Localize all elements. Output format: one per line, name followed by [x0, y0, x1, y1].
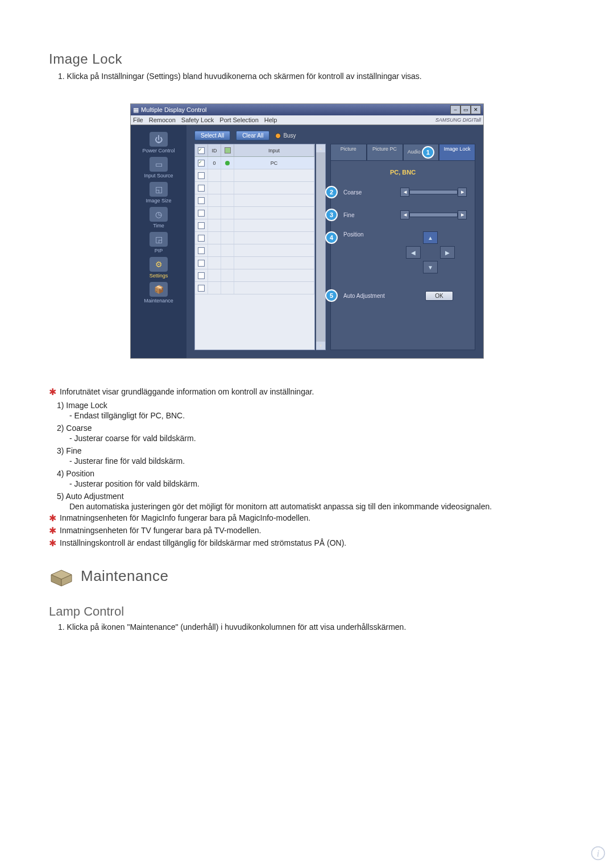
table-row[interactable]	[195, 232, 314, 244]
menu-port-selection[interactable]: Port Selection	[219, 117, 258, 123]
grid-header-id: ID	[208, 144, 221, 156]
menu-remocon[interactable]: Remocon	[149, 117, 176, 123]
tab-image-lock[interactable]: Image Lock	[439, 144, 475, 161]
lamp-control-heading: Lamp Control	[49, 604, 565, 619]
pos-right-icon[interactable]: ▶	[440, 246, 455, 259]
row-check-icon[interactable]	[198, 160, 205, 167]
sidebar-item-maintenance[interactable]: 📦Maintenance	[131, 282, 186, 304]
table-row[interactable]	[195, 219, 314, 232]
fine-label: Fine	[343, 212, 395, 218]
scroll-down-icon[interactable]: ▼	[316, 342, 325, 350]
row-input: PC	[234, 157, 314, 169]
badge-1: 1	[422, 146, 434, 159]
badge-2: 2	[325, 186, 338, 198]
table-row[interactable]	[195, 257, 314, 269]
input-icon: ▭	[150, 157, 168, 172]
app-window: ▦ Multiple Display Control – ▭ ✕ File Re…	[130, 103, 484, 359]
tab-audio[interactable]: Audio1	[403, 144, 439, 161]
notes: ✱Inforutnätet visar grundläggande inform…	[49, 387, 565, 549]
star-icon: ✱	[49, 526, 56, 536]
table-row[interactable]	[195, 207, 314, 219]
maintenance-heading: Maintenance	[81, 567, 168, 585]
maximize-icon[interactable]: ▭	[460, 105, 471, 114]
badge-5: 5	[325, 289, 338, 302]
note-sub: - Justerar position för vald bildskärm.	[69, 479, 565, 488]
note-sub: - Justerar fine för vald bildskärm.	[69, 456, 565, 466]
coarse-label: Coarse	[343, 189, 395, 196]
slider-right-icon[interactable]: ▶	[458, 188, 467, 197]
menu-safety-lock[interactable]: Safety Lock	[181, 117, 214, 123]
note-item: 1) Image Lock	[57, 401, 565, 410]
grid-scrollbar[interactable]: ▲ ▼	[316, 144, 326, 350]
brand: SAMSUNG DIGITall	[435, 117, 481, 123]
note-text: Inställningskontroll är endast tillgängl…	[60, 538, 346, 547]
table-row[interactable]	[195, 244, 314, 257]
minimize-icon[interactable]: –	[450, 105, 460, 114]
row-check-icon[interactable]	[198, 272, 205, 279]
note-item: 3) Fine	[57, 446, 565, 455]
row-check-icon[interactable]	[198, 222, 205, 229]
check-icon[interactable]	[198, 147, 205, 154]
close-icon[interactable]: ✕	[471, 105, 481, 114]
busy-dot-icon	[275, 133, 281, 139]
row-check-icon[interactable]	[198, 210, 205, 217]
table-row[interactable]: 0 PC	[195, 157, 314, 169]
row-check-icon[interactable]	[198, 185, 205, 192]
sidebar-item-time[interactable]: ◷Time	[131, 207, 186, 229]
slider-left-icon[interactable]: ◀	[400, 210, 409, 219]
slider-left-icon[interactable]: ◀	[400, 188, 409, 197]
row-check-icon[interactable]	[198, 235, 205, 242]
note-sub: - Endast tillgängligt för PC, BNC.	[69, 411, 565, 420]
tab-picture[interactable]: Picture	[330, 144, 367, 161]
box-icon: 📦	[150, 282, 168, 297]
sidebar-item-pip[interactable]: ◲PIP	[131, 232, 186, 254]
ok-button[interactable]: OK	[425, 291, 453, 301]
coarse-slider[interactable]: ◀▶	[400, 188, 467, 196]
select-all-button[interactable]: Select All	[194, 131, 230, 140]
menubar: File Remocon Safety Lock Port Selection …	[131, 115, 483, 125]
star-icon: ✱	[49, 513, 56, 524]
sidebar-item-settings[interactable]: ⚙Settings	[131, 257, 186, 279]
clear-all-button[interactable]: Clear All	[236, 131, 269, 140]
note-item: 4) Position	[57, 469, 565, 478]
table-row[interactable]	[195, 169, 314, 182]
row-check-icon[interactable]	[198, 285, 205, 292]
menu-help[interactable]: Help	[264, 117, 277, 123]
sidebar-item-power-control[interactable]: ⏻Power Control	[131, 132, 186, 153]
status-dot-icon	[225, 161, 230, 165]
maintenance-box-icon	[49, 564, 74, 587]
sidebar-item-input-source[interactable]: ▭Input Source	[131, 157, 186, 178]
row-check-icon[interactable]	[198, 247, 205, 254]
maintenance-instruction: 1. Klicka på ikonen "Maintenance" (under…	[58, 622, 565, 632]
table-row[interactable]	[195, 269, 314, 282]
busy-indicator: Busy	[275, 132, 296, 139]
image-lock-panel: PC, BNC 2 Coarse ◀▶ 3 Fine	[330, 161, 475, 350]
scroll-up-icon[interactable]: ▲	[316, 144, 325, 152]
power-icon: ⏻	[150, 132, 168, 147]
pos-up-icon[interactable]: ▲	[423, 231, 438, 244]
table-row[interactable]	[195, 182, 314, 194]
panel-title: PC, BNC	[339, 169, 467, 176]
pip-icon: ◲	[150, 232, 168, 247]
star-icon: ✱	[49, 387, 56, 397]
fine-slider[interactable]: ◀▶	[400, 211, 467, 219]
pos-left-icon[interactable]: ◀	[406, 246, 421, 259]
sidebar-item-image-size[interactable]: ◱Image Size	[131, 182, 186, 203]
row-check-icon[interactable]	[198, 260, 205, 267]
grid-header-status	[221, 144, 234, 156]
tab-picture-pc[interactable]: Picture PC	[367, 144, 403, 161]
note-sub: Den automatiska justeringen gör det möjl…	[69, 502, 565, 511]
gear-icon: ⚙	[150, 257, 168, 272]
badge-4: 4	[325, 231, 338, 244]
table-row[interactable]	[195, 194, 314, 207]
menu-file[interactable]: File	[133, 117, 143, 123]
table-row[interactable]	[195, 282, 314, 294]
image-size-icon: ◱	[150, 182, 168, 197]
pos-down-icon[interactable]: ▼	[423, 261, 438, 273]
row-check-icon[interactable]	[198, 197, 205, 204]
note-text: Inmatningsenheten för TV fungerar bara p…	[60, 526, 261, 535]
section-instruction: 1. Klicka på Inställningar (Settings) bl…	[58, 72, 565, 81]
status-header-icon	[225, 147, 231, 153]
slider-right-icon[interactable]: ▶	[458, 210, 467, 219]
row-check-icon[interactable]	[198, 172, 205, 179]
